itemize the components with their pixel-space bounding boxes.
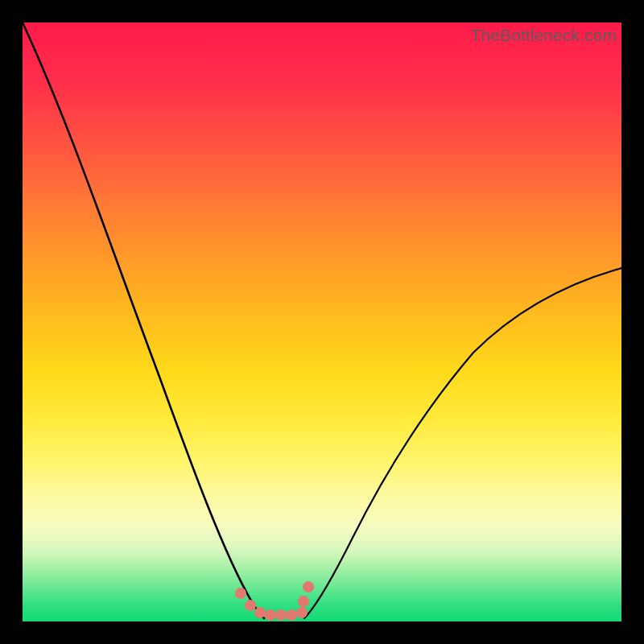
right-curve	[304, 268, 621, 618]
plot-area: TheBottleneck.com	[23, 23, 621, 621]
chart-svg	[23, 23, 621, 621]
left-curve	[23, 23, 264, 618]
chart-frame: TheBottleneck.com	[0, 0, 644, 644]
valley-markers	[241, 587, 308, 615]
